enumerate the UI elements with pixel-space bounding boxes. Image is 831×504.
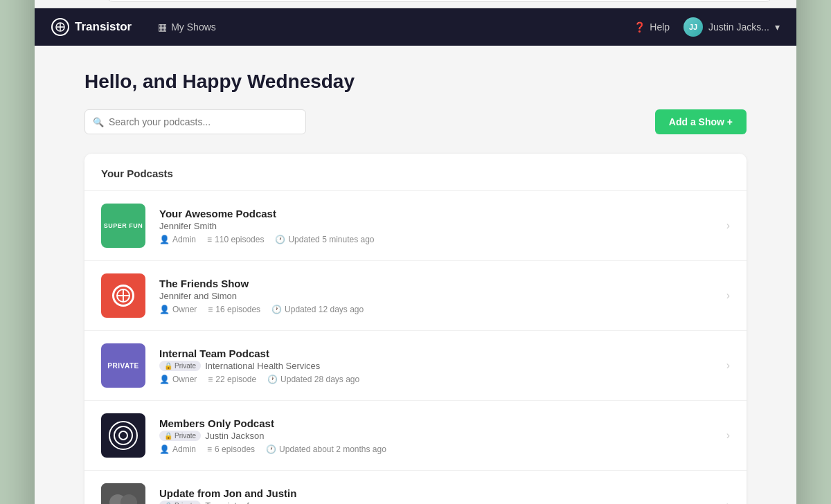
podcast-thumbnail: PRIVATE	[101, 343, 145, 388]
meta-role: 👤 Owner	[159, 305, 197, 314]
podcast-sub: 🔒 Private International Health Services	[159, 361, 726, 371]
chevron-right-icon: ›	[726, 359, 730, 372]
podcast-sub: Jennifer and Simon	[159, 291, 726, 301]
podcast-item[interactable]: PRIVATE Internal Team Podcast 🔒 Private …	[84, 331, 747, 401]
chevron-right-icon: ›	[726, 219, 730, 232]
refresh-button[interactable]: ↻	[84, 0, 100, 1]
episodes-icon: ≡	[207, 235, 212, 244]
lock-icon: 🔒	[164, 502, 172, 505]
help-icon: ❓	[634, 21, 645, 33]
meta-episodes: ≡ 6 episodes	[207, 444, 255, 454]
podcast-item[interactable]: The Friends Show Jennifer and Simon 👤 Ow…	[84, 261, 747, 331]
app-nav: Transistor ▦ My Shows ❓ Help JJ Justin J…	[35, 8, 796, 46]
page-title: Hello, and Happy Wednesday	[84, 71, 747, 93]
episodes-icon: ≡	[207, 444, 212, 454]
clock-icon: 🕐	[266, 444, 276, 454]
podcast-thumbnail	[101, 413, 145, 458]
search-input[interactable]	[84, 109, 306, 134]
search-add-row: 🔍 Add a Show +	[84, 109, 747, 134]
app-container: Transistor ▦ My Shows ❓ Help JJ Justin J…	[35, 8, 796, 504]
chevron-right-icon: ›	[726, 499, 730, 504]
person-icon: 👤	[159, 305, 170, 314]
podcast-info: The Friends Show Jennifer and Simon 👤 Ow…	[159, 278, 726, 314]
lock-icon: 🔒	[164, 432, 172, 440]
private-badge: 🔒 Private	[159, 501, 201, 505]
search-input-wrap: 🔍	[84, 109, 306, 134]
podcast-sub: Jennifer Smith	[159, 221, 726, 231]
clock-icon: 🕐	[267, 375, 278, 384]
podcast-org: Jennifer and Simon	[159, 291, 237, 301]
podcast-meta: 👤 Admin ≡ 110 episodes 🕐 Updated 5 minut…	[159, 235, 726, 244]
podcast-sub: 🔒 Private Transistor.fm	[159, 501, 726, 505]
meta-updated: 🕐 Updated 28 days ago	[267, 375, 359, 384]
podcast-name: Members Only Podcast	[159, 417, 726, 429]
podcast-item[interactable]: Members Only Podcast 🔒 Private Justin Ja…	[84, 401, 747, 471]
podcast-info: Update from Jon and Justin 🔒 Private Tra…	[159, 487, 726, 505]
back-button[interactable]: ←	[43, 0, 58, 1]
podcast-sub: 🔒 Private Justin Jackson	[159, 431, 726, 441]
podcast-name: Update from Jon and Justin	[159, 487, 726, 499]
podcast-org: Jennifer Smith	[159, 221, 217, 231]
podcasts-section-header: Your Podcasts	[84, 154, 747, 191]
podcast-thumbnail	[101, 483, 145, 504]
podcast-org: Justin Jackson	[205, 431, 264, 441]
browser-window: T Transistor ✕ + ← → ↻ 🔒 dashboard.trans…	[35, 0, 796, 504]
my-shows-icon: ▦	[158, 21, 167, 33]
svg-point-7	[114, 426, 132, 444]
svg-point-8	[119, 431, 127, 440]
forward-button[interactable]: →	[64, 0, 79, 1]
person-icon: 👤	[159, 235, 170, 244]
podcast-meta: 👤 Owner ≡ 16 episodes 🕐 Updated 12 days …	[159, 305, 726, 314]
chevron-right-icon: ›	[726, 429, 730, 442]
meta-episodes: ≡ 110 episodes	[207, 235, 264, 244]
meta-updated: 🕐 Updated 5 minutes ago	[275, 235, 374, 244]
episodes-icon: ≡	[208, 375, 213, 384]
meta-episodes: ≡ 22 episode	[208, 375, 256, 384]
podcast-org: Transistor.fm	[205, 501, 257, 505]
help-link[interactable]: ❓ Help	[634, 21, 670, 33]
logo-text: Transistor	[75, 20, 132, 34]
meta-updated: 🕐 Updated 12 days ago	[271, 305, 364, 314]
podcasts-card: Your Podcasts SUPER FUN Your Awesome Pod…	[84, 154, 747, 504]
my-shows-link[interactable]: ▦ My Shows	[148, 8, 226, 46]
my-shows-label: My Shows	[171, 21, 216, 33]
clock-icon: 🕐	[271, 305, 282, 314]
lock-icon: 🔒	[164, 362, 172, 370]
friends-circle-icon	[112, 285, 134, 307]
main-content: Hello, and Happy Wednesday 🔍 Add a Show …	[35, 46, 796, 504]
private-badge: 🔒 Private	[159, 361, 201, 371]
private-badge: 🔒 Private	[159, 431, 201, 441]
logo-icon	[51, 18, 69, 36]
user-menu[interactable]: JJ Justin Jacks... ▾	[683, 17, 780, 37]
search-icon: 🔍	[93, 117, 104, 127]
podcast-info: Members Only Podcast 🔒 Private Justin Ja…	[159, 417, 726, 454]
meta-episodes: ≡ 16 episodes	[208, 305, 260, 314]
user-name: Justin Jacks...	[708, 21, 769, 33]
help-label: Help	[650, 21, 670, 33]
podcast-thumbnail	[101, 273, 145, 318]
podcast-name: Your Awesome Podcast	[159, 208, 726, 219]
podcast-name: The Friends Show	[159, 278, 726, 289]
chevron-down-icon: ▾	[775, 21, 780, 33]
clock-icon: 🕐	[275, 235, 285, 244]
podcast-meta: 👤 Admin ≡ 6 episodes 🕐 Updated about 2 m…	[159, 444, 726, 454]
podcast-item[interactable]: Update from Jon and Justin 🔒 Private Tra…	[84, 471, 747, 504]
meta-updated: 🕐 Updated about 2 months ago	[266, 444, 386, 454]
podcast-meta: 👤 Owner ≡ 22 episode 🕐 Updated 28 days a…	[159, 375, 726, 384]
meta-role: 👤 Admin	[159, 235, 196, 244]
add-show-button[interactable]: Add a Show +	[655, 109, 747, 134]
browser-nav: ← → ↻ 🔒 dashboard.transistor.fm ☆	[35, 0, 796, 8]
podcast-thumbnail: SUPER FUN	[101, 204, 145, 248]
address-bar[interactable]: 🔒 dashboard.transistor.fm	[105, 0, 774, 2]
meta-role: 👤 Admin	[159, 444, 196, 454]
chevron-right-icon: ›	[726, 289, 730, 302]
podcast-info: Internal Team Podcast 🔒 Private Internat…	[159, 348, 726, 384]
avatar: JJ	[683, 17, 703, 37]
episodes-icon: ≡	[208, 305, 213, 314]
app-logo[interactable]: Transistor	[51, 18, 132, 36]
podcast-info: Your Awesome Podcast Jennifer Smith 👤 Ad…	[159, 208, 726, 244]
person-icon: 👤	[159, 375, 170, 384]
person-icon: 👤	[159, 444, 170, 454]
podcast-org: International Health Services	[205, 361, 320, 371]
podcast-item[interactable]: SUPER FUN Your Awesome Podcast Jennifer …	[84, 191, 747, 261]
